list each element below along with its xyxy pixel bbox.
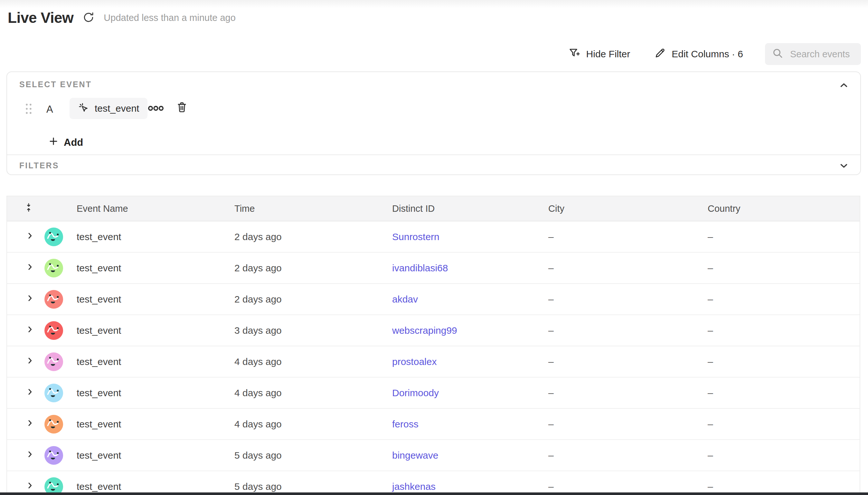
collapse-all-rows-button[interactable]	[24, 202, 33, 216]
country-cell: –	[708, 356, 713, 367]
city-cell: –	[548, 388, 554, 398]
delete-event-button[interactable]	[176, 100, 188, 115]
filters-label: FILTERS	[19, 161, 59, 170]
time-cell: 2 days ago	[234, 232, 282, 242]
distinct-id-link[interactable]: jashkenas	[392, 481, 436, 492]
city-cell: –	[548, 325, 554, 336]
event-chip[interactable]: test_event	[70, 98, 148, 119]
event-name-cell: test_event	[76, 294, 121, 305]
page-title: Live View	[8, 9, 73, 27]
chevron-down-icon	[838, 167, 849, 172]
country-cell: –	[708, 232, 713, 242]
city-cell: –	[548, 419, 554, 430]
search-box[interactable]	[765, 43, 861, 65]
event-more-options-button[interactable]	[148, 105, 164, 113]
distinct-id-link[interactable]: bingewave	[392, 450, 438, 461]
column-header-event-name: Event Name	[76, 203, 128, 214]
country-cell: –	[708, 481, 713, 492]
select-event-label: SELECT EVENT	[19, 80, 92, 89]
avatar-face-icon	[45, 460, 63, 465]
expand-row-button[interactable]	[25, 387, 35, 399]
collapse-rows-icon	[24, 205, 33, 215]
country-cell: –	[708, 419, 713, 430]
city-cell: –	[548, 232, 554, 242]
column-header-time: Time	[234, 203, 255, 214]
distinct-id-link[interactable]: akdav	[392, 294, 418, 305]
time-cell: 4 days ago	[234, 419, 282, 430]
refresh-icon	[82, 11, 95, 24]
distinct-id-link[interactable]: webscraping99	[392, 325, 457, 336]
time-cell: 3 days ago	[234, 325, 282, 336]
event-name-cell: test_event	[76, 325, 121, 336]
page-header: Live View Updated less than a minute ago	[8, 9, 236, 27]
search-input[interactable]	[789, 49, 854, 60]
expand-row-button[interactable]	[25, 293, 35, 305]
events-table: Event Name Time Distinct ID City Country	[6, 196, 860, 495]
table-body: test_event 2 days ago Sunrostern – –	[7, 221, 860, 495]
table-row: test_event 2 days ago akdav – –	[7, 284, 860, 315]
avatar-face-icon	[45, 398, 63, 402]
expand-row-button[interactable]	[25, 231, 35, 243]
event-step-letter: A	[46, 104, 53, 115]
time-cell: 4 days ago	[234, 388, 282, 398]
event-name-cell: test_event	[76, 388, 121, 398]
hide-filter-label: Hide Filter	[586, 49, 630, 59]
edit-columns-button[interactable]: Edit Columns · 6	[652, 47, 745, 62]
expand-filters-button[interactable]	[838, 160, 849, 172]
expand-row-button[interactable]	[25, 324, 35, 336]
expand-row-button[interactable]	[25, 480, 35, 492]
trash-icon	[176, 109, 188, 115]
city-cell: –	[548, 481, 554, 492]
chevron-right-icon	[25, 232, 35, 242]
chevron-right-icon	[25, 357, 35, 367]
event-name-cell: test_event	[76, 232, 121, 242]
distinct-id-link[interactable]: Sunrostern	[392, 232, 440, 242]
table-row: test_event 3 days ago webscraping99 – –	[7, 315, 860, 346]
expand-row-button[interactable]	[25, 262, 35, 274]
time-cell: 4 days ago	[234, 356, 282, 367]
user-avatar	[45, 259, 63, 277]
add-event-button[interactable]: Add	[46, 136, 85, 149]
toolbar: Hide Filter Edit Columns · 6	[567, 42, 861, 66]
table-row: test_event 2 days ago ivandiblasi68 – –	[7, 253, 860, 284]
city-cell: –	[548, 262, 554, 274]
expand-row-button[interactable]	[25, 449, 35, 461]
drag-handle[interactable]	[24, 102, 33, 117]
distinct-id-link[interactable]: ivandiblasi68	[392, 262, 448, 274]
event-chip-label: test_event	[95, 103, 139, 114]
chevron-right-icon	[25, 450, 35, 461]
expand-row-button[interactable]	[25, 418, 35, 430]
event-name-cell: test_event	[76, 262, 121, 274]
distinct-id-link[interactable]: feross	[392, 419, 419, 430]
distinct-id-link[interactable]: prostoalex	[392, 356, 437, 367]
refresh-button[interactable]	[82, 11, 95, 24]
add-button-label: Add	[64, 137, 83, 148]
event-cursor-spark-icon	[78, 102, 89, 115]
country-cell: –	[708, 388, 713, 398]
time-cell: 5 days ago	[234, 481, 282, 492]
avatar-face-icon	[45, 304, 63, 309]
user-avatar	[45, 446, 63, 465]
pencil-icon	[654, 47, 666, 62]
chevron-right-icon	[25, 419, 35, 430]
plus-icon	[48, 136, 58, 149]
hide-filter-button[interactable]: Hide Filter	[567, 47, 632, 62]
filter-plus-icon	[568, 47, 581, 62]
collapse-select-event-button[interactable]	[838, 80, 849, 92]
city-cell: –	[548, 356, 554, 367]
city-cell: –	[548, 450, 554, 461]
column-header-country: Country	[708, 203, 741, 214]
table-row: test_event 4 days ago feross – –	[7, 409, 860, 440]
chevron-right-icon	[25, 325, 35, 336]
user-avatar	[45, 227, 63, 246]
event-name-cell: test_event	[76, 450, 121, 461]
country-cell: –	[708, 450, 713, 461]
chevron-right-icon	[25, 481, 35, 492]
column-header-distinct-id: Distinct ID	[392, 203, 435, 214]
country-cell: –	[708, 262, 713, 274]
time-cell: 2 days ago	[234, 294, 282, 305]
expand-row-button[interactable]	[25, 356, 35, 368]
avatar-face-icon	[45, 273, 63, 277]
distinct-id-link[interactable]: Dorimoody	[392, 388, 439, 398]
chevron-right-icon	[25, 388, 35, 398]
